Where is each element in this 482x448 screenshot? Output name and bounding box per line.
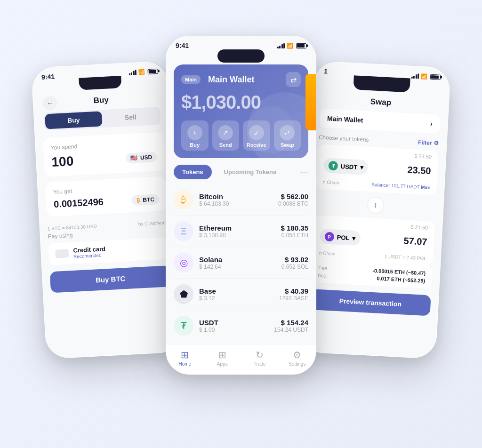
status-icons-center: 📶 xyxy=(277,43,307,49)
wallet-card: Main Main Wallet ⇄ $1,030.00 + Buy ↗ Sen xyxy=(174,64,308,158)
nav-apps[interactable]: ⊞ Apps xyxy=(204,349,241,367)
solana-name: Solana xyxy=(199,256,281,264)
spend-currency: USD xyxy=(140,154,153,161)
choose-tokens-label: Choose your tokens xyxy=(319,134,369,144)
solana-icon: ◎ xyxy=(174,253,193,272)
trade-label: Trade xyxy=(241,361,279,367)
from-token-select[interactable]: ₮ USDT ▾ xyxy=(323,158,369,175)
buy-screen: 9:41 📶 ← Buy Buy Sell xyxy=(32,61,182,359)
base-name: Base xyxy=(199,287,279,295)
usdt-usd: $ 154.24 xyxy=(274,319,308,327)
status-icons-left: 📶 xyxy=(129,68,158,75)
main-wallet-phone: 9:41 📶 Main Main Wallet xyxy=(166,36,316,375)
action-send[interactable]: ↗ Send xyxy=(212,120,240,151)
by-alchemy: by ⬡ Alchemy xyxy=(138,220,168,226)
bitcoin-name: Bitcoin xyxy=(199,192,278,200)
time-right: 1 xyxy=(324,67,328,75)
swap-action-icon: ⇄ xyxy=(280,125,295,140)
swap-screen: 1 📶 Swap Main Wallet › Choose xyxy=(300,61,450,359)
bitcoin-price: $ 64,103.30 xyxy=(199,200,278,207)
buy-action-icon: + xyxy=(187,125,202,140)
max-button[interactable]: Max xyxy=(421,184,430,190)
to-amount[interactable]: 57.07 xyxy=(360,233,427,247)
wallet-tag: Main xyxy=(181,75,201,84)
send-action-label: Send xyxy=(214,142,238,148)
balance-label: Balance: 101.77 USDT Max xyxy=(371,182,430,190)
bitcoin-usd: $ 562.00 xyxy=(278,192,308,200)
usdt-name: USDT xyxy=(199,319,274,327)
preview-transaction-button[interactable]: Preview transaction xyxy=(310,289,431,316)
time-left: 9:41 xyxy=(41,72,55,80)
buy-btc-button[interactable]: Buy BTC xyxy=(50,265,171,293)
usdt-values: $ 154.24 154.24 USDT xyxy=(274,319,308,333)
tab-tokens[interactable]: Tokens xyxy=(174,165,212,179)
battery-icon-right xyxy=(430,74,441,80)
get-input-row: 0.00152496 ₿ BTC xyxy=(54,193,160,210)
nav-trade[interactable]: ↻ Trade xyxy=(241,349,279,367)
notch-left xyxy=(79,76,121,90)
to-token-label: POL xyxy=(337,233,349,241)
bitcoin-info: Bitcoin $ 64,103.30 xyxy=(199,192,278,207)
token-item-solana[interactable]: ◎ Solana $ 142.64 $ 93.02 0.652 SOL xyxy=(174,247,308,279)
apps-label: Apps xyxy=(204,361,241,367)
tab-more-icon[interactable]: ⋯ xyxy=(300,167,308,177)
buy-toggle[interactable]: Buy xyxy=(45,111,103,129)
receive-action-icon: ↙ xyxy=(249,125,264,140)
pay-card[interactable]: Credit card Recomended xyxy=(48,237,170,265)
swap-from-group: $ 23.50 ₮ USDT ▾ 23.50 n Chain Balance: … xyxy=(316,144,439,195)
phones-container: 9:41 📶 ← Buy Buy Sell xyxy=(29,22,453,426)
ethereum-price: $ 3,130.90 xyxy=(199,232,281,239)
alchemy-label: by ⬡ Alchemy xyxy=(138,220,168,226)
filter-button[interactable]: Filter ⚙ xyxy=(418,139,439,147)
swap-phone: 1 📶 Swap Main Wallet › Choose xyxy=(299,61,451,359)
get-value[interactable]: 0.00152496 xyxy=(54,196,104,209)
signal-icon xyxy=(129,70,137,75)
usdt-amount: 154.24 USDT xyxy=(274,327,308,333)
wifi-icon: 📶 xyxy=(138,69,145,75)
usdt-price: $ 1.00 xyxy=(199,327,274,333)
action-buy[interactable]: + Buy xyxy=(181,120,209,151)
swap-action-label: Swap xyxy=(276,142,299,148)
action-receive[interactable]: ↙ Receive xyxy=(243,120,270,151)
action-swap[interactable]: ⇄ Swap xyxy=(274,120,301,151)
back-button[interactable]: ← xyxy=(42,96,57,111)
wallet-name-row: Main Main Wallet ⇄ xyxy=(181,72,301,87)
ethereum-icon: Ξ xyxy=(174,221,193,241)
balance-value: Balance: 101.77 USDT xyxy=(371,182,420,190)
to-chain: n Chain xyxy=(319,250,336,256)
you-spend-label: You spend xyxy=(51,139,156,151)
nav-settings[interactable]: ⚙ Settings xyxy=(279,349,316,367)
token-item-base[interactable]: ⬟ Base $ 3.12 $ 40.39 1293 BASE xyxy=(174,279,308,310)
spend-value[interactable]: 100 xyxy=(51,154,74,170)
spend-currency-badge[interactable]: 🇺🇸 USD xyxy=(125,152,157,163)
balance2-value: 0.017 ETH (~$52.29) xyxy=(377,275,426,283)
base-usd: $ 40.39 xyxy=(279,287,308,295)
sell-toggle[interactable]: Sell xyxy=(102,108,160,126)
token-item-usdt[interactable]: ₮ USDT $ 1.00 $ 154.24 154.24 USDT xyxy=(174,310,308,341)
swap-direction-button[interactable]: ↕ xyxy=(367,196,385,214)
nav-home[interactable]: ⊞ Home xyxy=(166,349,204,367)
token-item-ethereum[interactable]: Ξ Ethereum $ 3,130.90 $ 180.35 0.058 ETH xyxy=(174,216,308,247)
from-amount[interactable]: 23.50 xyxy=(368,162,431,176)
filter-icon: ⚙ xyxy=(434,140,439,147)
battery-icon-center xyxy=(296,43,306,48)
token-item-bitcoin[interactable]: ₿ Bitcoin $ 64,103.30 $ 562.00 0.0088 BT… xyxy=(174,184,308,216)
from-chain: n Chain xyxy=(323,179,339,185)
to-token-select[interactable]: P POL ▾ xyxy=(320,229,361,246)
ethereum-usd: $ 180.35 xyxy=(281,224,308,232)
buy-phone: 9:41 📶 ← Buy Buy Sell xyxy=(31,61,183,359)
base-info: Base $ 3.12 xyxy=(199,287,279,302)
tab-upcoming[interactable]: Upcoming Tokens xyxy=(216,165,285,179)
main-screen: 9:41 📶 Main Main Wallet xyxy=(166,36,316,374)
get-currency: BTC xyxy=(143,196,154,203)
flag-icon: 🇺🇸 xyxy=(130,154,138,161)
filter-label: Filter xyxy=(418,139,432,147)
token-list: ₿ Bitcoin $ 64,103.30 $ 562.00 0.0088 BT… xyxy=(166,184,316,344)
usdt-icon: ₮ xyxy=(174,316,193,336)
wallet-actions: + Buy ↗ Send ↙ Receive ⇄ Swap xyxy=(181,120,301,151)
signal-icon-center xyxy=(277,43,285,48)
get-currency-badge[interactable]: ₿ BTC xyxy=(132,194,160,206)
bitcoin-icon: ₿ xyxy=(174,190,193,209)
wallet-switch-icon[interactable]: ⇄ xyxy=(286,72,301,87)
ethereum-name: Ethereum xyxy=(199,224,281,232)
